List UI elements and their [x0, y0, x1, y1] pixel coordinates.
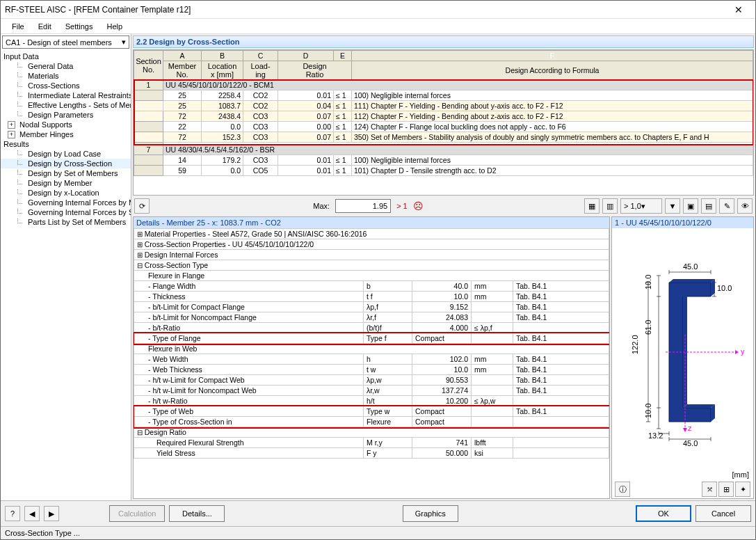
tree-design-member[interactable]: Design by Member	[1, 178, 131, 188]
dimension-icon[interactable]: ⊞	[718, 482, 734, 497]
refresh-icon[interactable]: ⟳	[134, 198, 150, 214]
table-row[interactable]: 1UU 45/45/10/10/10/122/0 - BCM1	[134, 80, 753, 90]
design-grid[interactable]: SectionNo. A B C D E F MemberNo. Locatio…	[133, 49, 754, 196]
table-row[interactable]: 590.0CO50.01≤ 1101) Chapter D - Tensile …	[134, 166, 753, 176]
values-icon[interactable]: ✦	[735, 482, 750, 497]
error-icon: ☹	[413, 200, 424, 212]
svg-text:61.0: 61.0	[644, 320, 652, 335]
table-row[interactable]: Design Internal Forces	[134, 250, 609, 260]
table-row[interactable]: 252258.4CO20.01≤ 1100) Negligible intern…	[134, 90, 753, 101]
info-icon[interactable]: ⓘ	[615, 482, 630, 497]
table-row[interactable]: 220.0CO30.00≤ 1124) Chapter F - Flange l…	[134, 122, 753, 132]
prev-icon[interactable]: ◀	[24, 506, 40, 521]
table-row[interactable]: - Thicknesst f10.0mmTab. B4.1	[134, 292, 609, 302]
tree-gov-forces-m[interactable]: Governing Internal Forces by M	[1, 198, 131, 207]
tool-b-icon[interactable]: ▥	[602, 198, 618, 214]
menu-settings[interactable]: Settings	[58, 21, 100, 32]
menu-help[interactable]: Help	[99, 21, 129, 32]
tree-design-cross-section[interactable]: Design by Cross-Section	[1, 159, 131, 168]
table-row[interactable]: - b/t-Limit for Noncompact Flangeλr,f24.…	[134, 312, 609, 323]
expand-icon[interactable]: +	[8, 121, 15, 129]
max-value-input[interactable]	[335, 199, 391, 213]
svg-text:13.2: 13.2	[648, 431, 663, 440]
table-row[interactable]: 14179.2CO30.01≤ 1100) Negligible interna…	[134, 155, 753, 166]
table-row[interactable]: - h/t w-Ratioh/t10.200≤ λp,w	[134, 396, 609, 406]
table-row[interactable]: - Type of WebType wCompactTab. B4.1	[134, 406, 609, 417]
tree-gov-forces-s[interactable]: Governing Internal Forces by S	[1, 207, 131, 217]
max-label: Max:	[310, 202, 332, 210]
tree-cross-sections[interactable]: Cross-Sections	[1, 81, 131, 90]
table-row[interactable]: - b/t-Ratio(b/t)f4.000≤ λp,f	[134, 323, 609, 333]
tree-materials[interactable]: Materials	[1, 71, 131, 81]
table-row[interactable]: - h/t w-Limit for Compact Webλp,w90.553T…	[134, 375, 609, 386]
eye-icon[interactable]: 👁	[737, 198, 753, 214]
tree-nodal-supports[interactable]: +Nodal Supports	[1, 120, 131, 129]
details-button[interactable]: Details...	[169, 505, 225, 522]
svg-text:10.0: 10.0	[717, 284, 732, 292]
table-row[interactable]: Flexure in Web	[134, 344, 609, 354]
help-icon[interactable]: ?	[5, 506, 20, 521]
tool-d-icon[interactable]: ▤	[701, 198, 716, 214]
table-row[interactable]: Design Ratio	[134, 427, 609, 438]
tree-results[interactable]: Results	[1, 139, 131, 149]
svg-text:45.0: 45.0	[683, 439, 698, 447]
svg-text:45.0: 45.0	[683, 262, 698, 271]
tree-design-x-location[interactable]: Design by x-Location	[1, 188, 131, 198]
svg-text:10.0: 10.0	[644, 275, 652, 289]
table-row[interactable]: Yield StressF y50.000ksi	[134, 448, 609, 459]
expand-icon[interactable]: +	[8, 131, 15, 138]
table-row[interactable]: Cross-Section Properties - UU 45/45/10/1…	[134, 239, 609, 250]
tree-member-hinges[interactable]: +Member Hinges	[1, 129, 131, 139]
svg-text:y: y	[741, 347, 745, 356]
scale-dropdown[interactable]: > 1,0 ▾	[620, 198, 662, 214]
window-title: RF-STEEL AISC - [RFEM Container Template…	[5, 5, 726, 15]
table-row[interactable]: - Web Thicknesst w10.0mmTab. B4.1	[134, 365, 609, 375]
tree-design-load-case[interactable]: Design by Load Case	[1, 149, 131, 159]
menu-file[interactable]: File	[5, 21, 31, 32]
cancel-button[interactable]: Cancel	[695, 505, 751, 522]
axis-icon[interactable]: ⤱	[702, 482, 717, 497]
tree-design-set-members[interactable]: Design by Set of Members	[1, 168, 131, 178]
tool-a-icon[interactable]: ▦	[584, 198, 600, 214]
table-row[interactable]: - Flange Widthb40.0mmTab. B4.1	[134, 281, 609, 292]
table-row[interactable]: - Web Widthh102.0mmTab. B4.1	[134, 354, 609, 365]
max-limit: > 1	[394, 202, 410, 210]
details-grid[interactable]: Material Properties - Steel A572, Grade …	[134, 228, 609, 498]
case-dropdown[interactable]: CA1 - Design of steel members ▾	[2, 35, 129, 49]
button-bar: ? ◀ ▶ Calculation Details... Graphics OK…	[1, 500, 755, 526]
tool-c-icon[interactable]: ▣	[683, 198, 698, 214]
tree-effective-lengths[interactable]: Effective Lengths - Sets of Mem	[1, 100, 131, 110]
table-row[interactable]: Required Flexural StrengthM r,y741lbfft	[134, 438, 609, 448]
svg-text:z: z	[688, 424, 692, 432]
tree-design-parameters[interactable]: Design Parameters	[1, 110, 131, 120]
table-row[interactable]: Material Properties - Steel A572, Grade …	[134, 229, 609, 239]
table-row[interactable]: - h/t w-Limit for Noncompact Webλr,w137.…	[134, 386, 609, 396]
close-icon[interactable]: ✕	[726, 2, 751, 17]
status-bar: Cross-Section Type ...	[1, 526, 755, 539]
table-row[interactable]: Cross-Section Type	[134, 260, 609, 271]
graphics-button[interactable]: Graphics	[403, 505, 458, 522]
chevron-down-icon: ▾	[122, 38, 126, 47]
preview-panel: 1 - UU 45/45/10/10/10/122/0	[611, 216, 754, 499]
table-row[interactable]: - Type of Cross-Section inFlexureCompact	[134, 417, 609, 427]
tree-intermediate-lr[interactable]: Intermediate Lateral Restraints	[1, 90, 131, 100]
table-row[interactable]: 72152.3CO30.07≤ 1350) Set of Members - S…	[134, 132, 753, 143]
table-row[interactable]: 251083.7CO20.04≤ 1111) Chapter F - Yield…	[134, 101, 753, 111]
tree-general-data[interactable]: General Data	[1, 61, 131, 71]
preview-unit: [mm]	[612, 469, 753, 480]
titlebar: RF-STEEL AISC - [RFEM Container Template…	[1, 1, 755, 19]
calc-button[interactable]: Calculation	[109, 505, 165, 522]
case-dropdown-value: CA1 - Design of steel members	[6, 38, 112, 47]
ok-button[interactable]: OK	[636, 505, 691, 522]
tree-input-data[interactable]: Input Data	[1, 51, 131, 61]
next-icon[interactable]: ▶	[44, 506, 59, 521]
table-row[interactable]: Flexure in Flange	[134, 271, 609, 281]
filter-icon[interactable]: ▼	[665, 198, 680, 214]
table-row[interactable]: - Type of FlangeType fCompactTab. B4.1	[134, 333, 609, 344]
table-row[interactable]: 7UU 48/30/4.5/4.5/4.5/162/0 - BSR	[134, 145, 753, 155]
table-row[interactable]: - b/t-Limit for Compact Flangeλp,f9.152T…	[134, 302, 609, 312]
tree-parts-list[interactable]: Parts List by Set of Members	[1, 217, 131, 227]
menu-edit[interactable]: Edit	[31, 21, 58, 32]
table-row[interactable]: 722438.4CO30.07≤ 1112) Chapter F - Yield…	[134, 111, 753, 122]
pick-icon[interactable]: ✎	[719, 198, 734, 214]
